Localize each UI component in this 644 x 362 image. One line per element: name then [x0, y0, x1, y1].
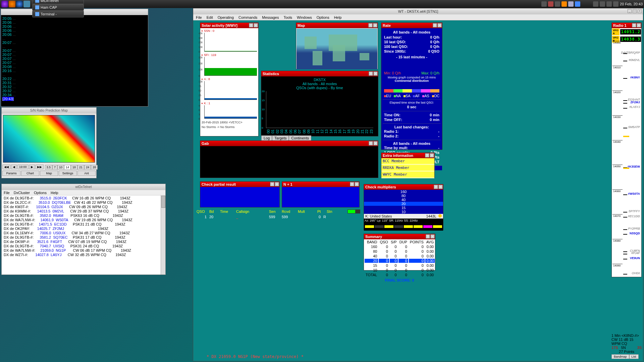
- summary-row[interactable]: 1500000.00: [365, 263, 435, 267]
- help-button[interactable]: ?: [270, 182, 274, 186]
- snr-tab-map[interactable]: Map: [40, 171, 58, 176]
- mult-band-row[interactable]: 80: [364, 194, 443, 198]
- summary-row[interactable]: 4000000.00: [365, 254, 435, 258]
- dx-spot[interactable]: DX de DL9GTB-#: 3515.0 2E0FCK CW 16 dB 2…: [4, 196, 163, 200]
- menu-windows[interactable]: Windows: [297, 15, 312, 19]
- bandmap-call[interactable]: #K3SEW: [628, 165, 640, 168]
- bandmap-call[interactable]: VE9UN: [630, 256, 640, 260]
- close-button[interactable]: ×: [373, 141, 378, 145]
- close-button[interactable]: ×: [430, 234, 435, 239]
- app-menu-icon[interactable]: [1, 1, 8, 7]
- mail-icon[interactable]: [23, 1, 30, 7]
- menu-tools[interactable]: Tools: [283, 15, 292, 19]
- dx-spot[interactable]: DX de KM3T-#: 10104.5 OZ0JX CW 09 dB 26 …: [4, 205, 163, 209]
- close-button[interactable]: ×: [638, 9, 642, 13]
- mult-band-row[interactable]: 40: [364, 198, 443, 202]
- terminal-body[interactable]: 20:05 ...20:06 ...20:06 ...20:06 ...20:0…: [1, 15, 148, 102]
- mult-band-row[interactable]: 15: [364, 206, 443, 210]
- vfo-a[interactable]: VFO A14051.2: [612, 28, 641, 36]
- close-button[interactable]: ×: [254, 23, 258, 27]
- bandmap-call[interactable]: #PJ4F: [631, 251, 640, 255]
- menu-options[interactable]: Options: [34, 191, 47, 195]
- stats-tab-continents[interactable]: Continents: [289, 135, 311, 141]
- prev-button[interactable]: ◀: [11, 165, 17, 169]
- taskbar-item[interactable]: Terminal -: [32, 11, 84, 17]
- menu-edit[interactable]: Edit: [207, 15, 213, 19]
- mult-band-row[interactable]: 160: [364, 190, 443, 194]
- dx-spot[interactable]: DX de OK2PAY: 14025.7 ZF2MJ 1943Z: [4, 227, 163, 231]
- dx-spot[interactable]: DX de DL9GTB-#: 3581.2 SQ70EC PSK31 17 d…: [4, 235, 163, 240]
- log-entry-area[interactable]: QSOBdTimeCallsignSenRcvdMultPtStn 1 20 _…: [197, 209, 361, 219]
- dx-spot[interactable]: DX de WZ7I-#: 14027.8 LA5YJ CW 32 dB 25 …: [4, 253, 163, 257]
- close-button[interactable]: ×: [373, 71, 378, 76]
- stats-tab-targets[interactable]: Targets: [272, 135, 289, 141]
- volume-icon[interactable]: [600, 1, 605, 7]
- network-icon[interactable]: [606, 1, 612, 7]
- clock[interactable]: 20 Feb, 20:43: [620, 2, 643, 6]
- taskbar-item[interactable]: wtDxTelnet: [32, 0, 84, 4]
- menu-options[interactable]: Options: [317, 15, 329, 19]
- tray-icon[interactable]: [575, 1, 580, 7]
- menu-help[interactable]: Help: [51, 191, 58, 195]
- band-button[interactable]: 14: [64, 165, 71, 170]
- close-button[interactable]: ×: [637, 23, 641, 27]
- help-button[interactable]: ?: [425, 153, 429, 158]
- close-button[interactable]: ×: [438, 185, 443, 189]
- close-button[interactable]: ×: [437, 23, 442, 27]
- band-button[interactable]: 7: [52, 165, 57, 170]
- scrollbar[interactable]: [161, 195, 165, 275]
- summary-title[interactable]: Summary?×: [364, 234, 435, 239]
- menu-help[interactable]: Help: [334, 15, 342, 19]
- bandmap-call[interactable]: N3SQD: [630, 232, 640, 235]
- band-button[interactable]: 24: [84, 165, 91, 170]
- dx-spot[interactable]: DX de WA7LNW-#: 21059.0 NG1P CW 06 dB 17…: [4, 248, 163, 253]
- solar-title[interactable]: Solar activity [WWV]?×: [200, 23, 258, 28]
- help-button[interactable]: ?: [249, 23, 253, 27]
- tray-icon[interactable]: [568, 1, 574, 7]
- menu-messages[interactable]: Messages: [262, 15, 279, 19]
- checkmult-title[interactable]: Check multipliers?×: [364, 184, 443, 190]
- dx-spot[interactable]: DX de DL2CC-#: 3510.0 DQ70ELBE CW 41 dB …: [4, 200, 163, 205]
- map-title[interactable]: Map?×: [296, 23, 378, 28]
- dx-spot[interactable]: DX de WA7LNW-#: 14061.9 WS0TA CW 19 dB 2…: [4, 218, 163, 222]
- dx-spot[interactable]: DX de DL9GTB-#: 3582.0 R6AM PSK63 16 dB …: [4, 214, 163, 218]
- help-button[interactable]: ?: [350, 182, 354, 186]
- gab-title[interactable]: Gab?×: [200, 141, 378, 146]
- dx-spot[interactable]: DX de DL1EMY-#: 7006.0 US0UX CW 34 dB 27…: [4, 231, 163, 235]
- close-button[interactable]: ×: [275, 182, 279, 186]
- mail-tray-icon[interactable]: [613, 1, 619, 7]
- globe-icon[interactable]: [16, 1, 23, 7]
- next-next-button[interactable]: ▶▶: [36, 165, 44, 169]
- menu-dxcluster[interactable]: DxCluster: [14, 191, 30, 195]
- dx-spot[interactable]: DX de DL9GTB-#: 7040.7 UX5IQ PSK31 24 dB…: [4, 244, 163, 248]
- summary-row[interactable]: 1000000.00: [365, 268, 435, 272]
- bandmap-call[interactable]: #K8NY: [630, 76, 640, 79]
- menu-operating[interactable]: Operating: [218, 15, 234, 19]
- minimize-button[interactable]: _: [628, 9, 632, 13]
- snr-tab-settings[interactable]: Settings: [59, 171, 77, 176]
- help-button[interactable]: ?: [369, 141, 373, 145]
- tray-icon[interactable]: [541, 1, 547, 7]
- stats-tab-log[interactable]: Log: [261, 135, 272, 141]
- dx-spot[interactable]: DX de K9IMM-#: 14013.5 0M2VL CW 29 dB 37…: [4, 209, 163, 214]
- bandmap-call[interactable]: #EC1DD: [628, 215, 640, 218]
- radio-tab-bandmap[interactable]: Bandmap: [611, 354, 629, 359]
- bandmap[interactable]: 1400014010140201403014040140501406014070…: [612, 41, 641, 276]
- tray-icon[interactable]: [561, 1, 567, 7]
- taskbar-item[interactable]: Ham CAP: [32, 4, 84, 11]
- help-button[interactable]: ?: [632, 23, 636, 27]
- bandmap-call[interactable]: PY2PRB: [628, 227, 640, 230]
- updown-icon[interactable]: [593, 1, 598, 7]
- mult-band-row[interactable]: 20: [364, 202, 443, 206]
- dx-spot[interactable]: DX de DK9IP-#: 3521.6 F4GFT CW 07 dB 19 …: [4, 240, 163, 244]
- bandmap-call[interactable]: OH0X: [632, 272, 640, 275]
- help-button[interactable]: ?: [434, 185, 438, 189]
- bandmap-call[interactable]: #LA5YJ: [629, 105, 640, 109]
- rate-title[interactable]: Rate?×: [381, 23, 442, 28]
- band-button[interactable]: 21: [77, 165, 84, 170]
- bandmap-call[interactable]: #0M2VL: [629, 58, 640, 62]
- bandmap-call[interactable]: #WS0TA: [628, 192, 640, 195]
- summary-row[interactable]: 2000000.00: [365, 259, 435, 263]
- next-button[interactable]: ▶: [29, 165, 35, 169]
- radio1-title[interactable]: Radio 1?×: [612, 23, 641, 28]
